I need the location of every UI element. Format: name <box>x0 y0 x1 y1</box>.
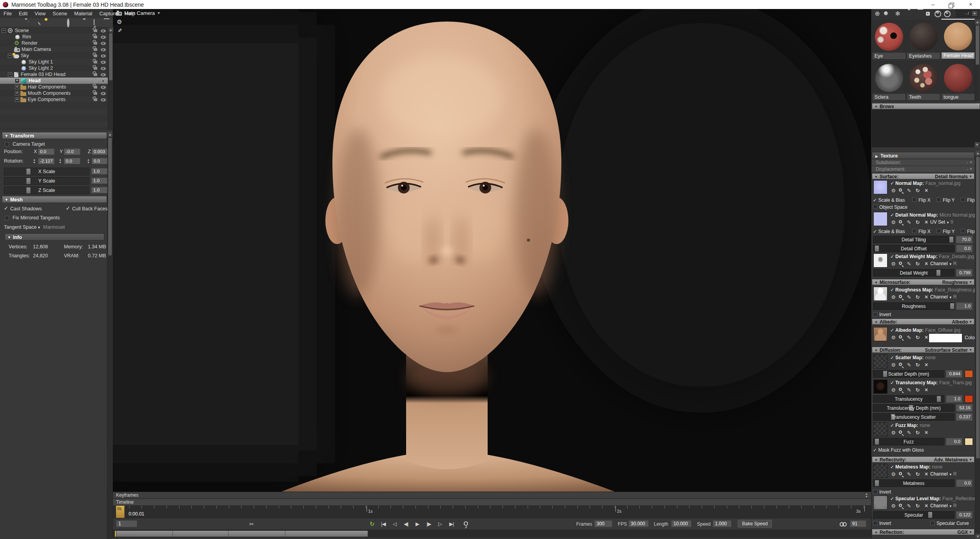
rotation-z-field[interactable]: 0.0 <box>92 158 107 165</box>
tree-item-sky-light-2[interactable]: Sky Light 2 <box>0 65 113 71</box>
add-camera-icon[interactable] <box>24 20 31 26</box>
map-edit-icon[interactable] <box>906 294 912 300</box>
map-enabled-check-icon[interactable]: ✓ <box>890 423 894 428</box>
scroll-up-icon[interactable]: ▲ <box>975 151 980 156</box>
scrollbar-thumb[interactable] <box>976 157 980 458</box>
map-settings-icon[interactable] <box>890 471 897 477</box>
map-clear-icon[interactable] <box>923 188 929 194</box>
step-forward-icon[interactable]: ▷ <box>438 521 442 528</box>
detail-offset-value[interactable]: 0.0 <box>956 245 973 252</box>
lock-icon[interactable] <box>94 61 97 63</box>
minimize-button[interactable]: – <box>924 0 942 9</box>
visibility-icon[interactable] <box>101 73 106 76</box>
timeline-row[interactable]: Timeline <box>113 499 871 506</box>
play-icon[interactable]: ▶ <box>416 521 419 528</box>
fix-mirrored-tangents-checkbox[interactable] <box>5 216 9 220</box>
invert-checkbox[interactable] <box>873 490 877 494</box>
y-scale-field[interactable]: 1.0 <box>91 177 107 184</box>
reflection-mode-dropdown[interactable]: GGX <box>957 529 968 535</box>
folder-icon[interactable] <box>904 10 911 17</box>
x-scale-slider[interactable]: X Scale <box>4 168 89 175</box>
flip-z-checkbox[interactable] <box>961 229 965 233</box>
map-reload-icon[interactable] <box>915 362 921 368</box>
loop-icon[interactable] <box>370 521 375 528</box>
restore-button[interactable] <box>942 0 961 9</box>
map-reload-icon[interactable] <box>915 294 921 300</box>
collapse-icon[interactable]: − <box>2 29 6 33</box>
map-reload-icon[interactable] <box>915 188 921 194</box>
diffusion-header[interactable]: ▼Diffusion: Subsurface Scatter▼ <box>872 347 975 353</box>
collapse-icon[interactable]: − <box>8 72 12 77</box>
material-cell-eye[interactable]: Eye <box>872 20 906 60</box>
duplicate-icon[interactable] <box>93 20 100 26</box>
map-settings-icon[interactable] <box>890 335 897 340</box>
translucency-value[interactable]: 1.0 <box>946 395 962 403</box>
map-enabled-check-icon[interactable]: ✓ <box>890 287 894 293</box>
rotation-x-stepper[interactable]: ▲▼ <box>32 158 36 164</box>
tree-item-head[interactable]: + Head <box>0 78 113 84</box>
scroll-up-icon[interactable]: ▲ <box>975 20 980 25</box>
visibility-icon[interactable] <box>101 29 106 33</box>
tree-item-hair-components[interactable]: + Hair Components <box>0 84 113 90</box>
map-enabled-check-icon[interactable]: ✓ <box>890 254 894 259</box>
lock-icon[interactable] <box>94 98 97 101</box>
viewport-pen-icon[interactable] <box>118 27 122 33</box>
browser-scrollbar[interactable]: ▲ <box>975 20 980 101</box>
visibility-icon[interactable] <box>101 54 106 58</box>
map-reload-icon[interactable] <box>915 503 921 509</box>
lock-icon[interactable] <box>94 36 97 38</box>
channel-dropdown[interactable]: Channel▼R <box>930 294 956 300</box>
microsurface-mode-dropdown[interactable]: Roughness <box>942 279 968 286</box>
map-clear-icon[interactable] <box>923 362 929 368</box>
diffusion-mode-dropdown[interactable]: Subsurface Scatter <box>925 347 968 353</box>
invert-checkbox[interactable] <box>873 312 877 317</box>
channel-dropdown[interactable]: Channel▼R <box>930 471 956 478</box>
position-x-field[interactable]: 0.0 <box>38 148 54 155</box>
camera-target-checkbox[interactable] <box>5 142 9 147</box>
visibility-icon[interactable] <box>101 61 106 64</box>
map-reload-icon[interactable] <box>915 471 921 477</box>
map-settings-icon[interactable] <box>890 219 897 225</box>
settings-icon[interactable] <box>894 10 901 17</box>
close-button[interactable]: × <box>961 0 980 9</box>
lock-icon[interactable] <box>94 67 97 70</box>
menu-view[interactable]: View <box>31 9 49 18</box>
scrollbar-thumb[interactable] <box>108 138 112 255</box>
frame-back-icon[interactable]: ◀| <box>404 521 408 528</box>
detail-weight-value[interactable]: 0.799 <box>956 269 973 277</box>
map-clear-icon[interactable] <box>923 430 929 436</box>
map-edit-icon[interactable] <box>906 188 912 194</box>
lock-icon[interactable] <box>94 80 97 82</box>
map-edit-icon[interactable] <box>906 387 912 393</box>
map-reload-icon[interactable] <box>915 219 921 225</box>
scissors-icon[interactable] <box>249 521 254 528</box>
add-turntable-icon[interactable] <box>67 20 73 26</box>
surface-header[interactable]: ▼Surface: Detail Normals▼ <box>872 173 975 179</box>
tree-item-eye-components[interactable]: + Eye Components <box>0 96 113 103</box>
add-mesh-icon[interactable] <box>3 20 10 26</box>
map-settings-icon[interactable] <box>890 387 897 393</box>
map-clear-icon[interactable] <box>923 471 929 477</box>
length-field[interactable]: 10.000 <box>671 520 691 527</box>
scatter-map-thumbnail[interactable] <box>873 355 887 369</box>
map-enabled-check-icon[interactable]: ✓ <box>890 464 894 470</box>
map-zoom-icon[interactable] <box>899 188 902 192</box>
3d-viewport[interactable]: Main Camera ▼ <box>113 9 871 492</box>
skip-end-icon[interactable]: ▶| <box>449 521 454 528</box>
flip-y-checkbox[interactable] <box>936 197 941 202</box>
play-range-icon[interactable]: |▶ <box>426 521 431 528</box>
lock-icon[interactable] <box>94 86 97 89</box>
add-sky-icon[interactable] <box>45 20 52 26</box>
scrollbar-thumb[interactable] <box>109 33 113 80</box>
albedo-color-swatch[interactable] <box>929 333 962 343</box>
albedo-mode-dropdown[interactable]: Albedo <box>952 319 968 325</box>
flip-y-checkbox[interactable] <box>936 229 941 233</box>
scatter-color-swatch[interactable] <box>965 370 973 378</box>
microsurface-header[interactable]: ▼Microsurface: Roughness▼ <box>872 279 975 285</box>
visibility-icon[interactable] <box>101 92 106 95</box>
material-cell-eyelashes[interactable]: Eyelashes <box>907 20 940 60</box>
set-key-icon[interactable] <box>464 521 468 526</box>
map-zoom-icon[interactable] <box>899 262 902 265</box>
expand-icon[interactable]: + <box>15 91 19 96</box>
tangent-space-dropdown-icon[interactable]: ▼ <box>37 224 41 231</box>
